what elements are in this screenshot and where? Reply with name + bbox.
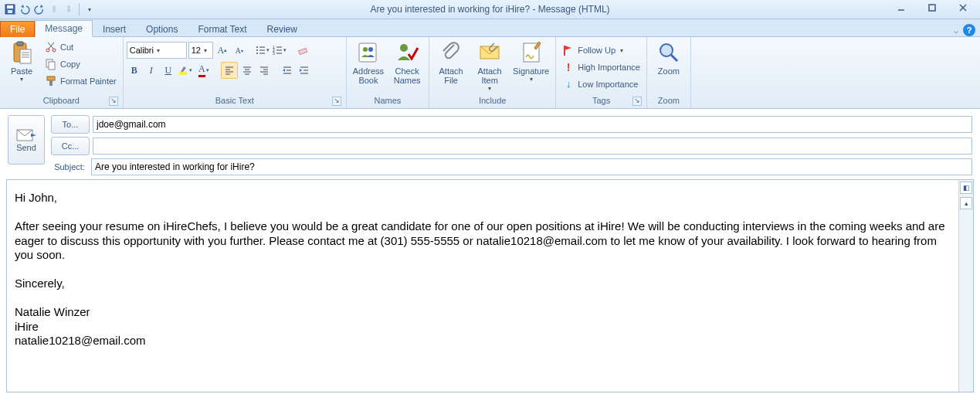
svg-line-15: [49, 42, 54, 49]
qat-next-icon[interactable]: ⬇: [62, 2, 76, 16]
format-painter-button[interactable]: Format Painter: [42, 73, 120, 90]
tab-review[interactable]: Review: [257, 21, 307, 37]
svg-rect-18: [49, 62, 55, 70]
send-label: Send: [16, 143, 36, 152]
minimize-button[interactable]: [886, 0, 917, 15]
clear-formatting-button[interactable]: [295, 42, 310, 58]
flag-icon: [562, 44, 575, 56]
grow-font-button[interactable]: A▴: [215, 42, 230, 58]
low-importance-button[interactable]: ↓ Low Importance: [559, 76, 643, 93]
svg-point-14: [53, 49, 56, 52]
increase-indent-button[interactable]: [297, 63, 312, 78]
group-names-label: Names: [350, 96, 426, 108]
tab-file[interactable]: File: [0, 21, 35, 37]
to-field[interactable]: [93, 116, 972, 133]
group-tags-label: Tags: [592, 96, 610, 105]
arrow-down-icon: ↓: [562, 78, 575, 90]
attach-file-label: Attach File: [439, 66, 463, 85]
clipboard-dialog-launcher[interactable]: ↘: [109, 97, 118, 106]
qat-previous-icon[interactable]: ⬆: [47, 2, 61, 16]
qat-redo-icon[interactable]: [32, 2, 46, 16]
qat-undo-icon[interactable]: [18, 2, 32, 16]
cc-button[interactable]: Cc...: [51, 137, 90, 155]
highlight-button[interactable]: ▾: [178, 63, 193, 78]
address-book-icon: [356, 40, 381, 65]
font-size-combo[interactable]: 12▾: [188, 42, 213, 59]
help-icon[interactable]: ?: [963, 24, 975, 36]
tab-options[interactable]: Options: [136, 21, 188, 37]
compose-header: Send To... Cc... Subject:: [0, 109, 980, 175]
paste-label: Paste: [11, 66, 32, 76]
scissors-icon: [45, 41, 57, 53]
group-include-label: Include: [432, 96, 552, 108]
envelope-send-icon: [15, 127, 37, 143]
attach-item-button[interactable]: Attach Item ▾: [471, 39, 508, 93]
tags-dialog-launcher[interactable]: ↘: [632, 97, 642, 106]
align-center-button[interactable]: [239, 63, 255, 78]
zoom-label: Zoom: [658, 66, 680, 76]
align-right-button[interactable]: [256, 63, 272, 78]
tab-format-text[interactable]: Format Text: [188, 21, 256, 37]
ribbon: Paste ▾ Cut Copy Format Painter Clipboar…: [0, 37, 980, 109]
svg-rect-33: [298, 48, 307, 54]
close-button[interactable]: [948, 0, 978, 15]
group-names: Address Book Check Names Names: [347, 37, 429, 108]
underline-button[interactable]: U: [161, 63, 176, 78]
qat-customize-icon[interactable]: ▾: [83, 2, 97, 16]
svg-rect-2: [8, 10, 12, 13]
font-name-combo[interactable]: Calibri▾: [127, 42, 187, 59]
body-closing: Sincerely,: [15, 277, 951, 291]
svg-point-56: [400, 44, 408, 52]
format-painter-label: Format Painter: [60, 76, 117, 86]
follow-up-button[interactable]: Follow Up ▾: [559, 42, 643, 59]
svg-rect-34: [179, 72, 187, 75]
low-importance-label: Low Importance: [578, 80, 638, 89]
to-button[interactable]: To...: [51, 115, 90, 134]
basic-text-dialog-launcher[interactable]: ↘: [332, 97, 341, 106]
copy-button[interactable]: Copy: [42, 56, 120, 73]
address-book-button[interactable]: Address Book: [350, 39, 387, 87]
qat-save-icon[interactable]: [3, 2, 17, 16]
ruler-toggle-icon[interactable]: ◧: [960, 182, 972, 194]
group-zoom-label: Zoom: [650, 96, 687, 108]
shrink-font-button[interactable]: A▾: [232, 42, 247, 58]
paste-button[interactable]: Paste ▾: [3, 39, 40, 84]
decrease-indent-button[interactable]: [280, 63, 295, 78]
numbering-button[interactable]: 123▾: [272, 42, 287, 58]
svg-rect-9: [20, 49, 31, 63]
copy-label: Copy: [60, 59, 80, 69]
group-basic-text: Calibri▾ 12▾ A▴ A▾ ▾ 123▾ B I U ▾ A▾: [124, 37, 347, 108]
group-include: Attach File Attach Item ▾ Signature ▾ In…: [429, 37, 556, 108]
font-color-button[interactable]: A▾: [195, 63, 213, 78]
body-greeting: Hi John,: [15, 191, 951, 205]
maximize-button[interactable]: [917, 0, 948, 15]
cc-field[interactable]: [93, 138, 972, 155]
check-names-button[interactable]: Check Names: [388, 39, 426, 87]
bullets-button[interactable]: ▾: [255, 42, 270, 58]
bold-button[interactable]: B: [127, 63, 142, 78]
svg-rect-20: [49, 80, 53, 86]
attach-item-icon: [477, 40, 502, 65]
minimize-ribbon-icon[interactable]: ⌵: [954, 26, 958, 35]
tab-insert[interactable]: Insert: [93, 21, 136, 37]
subject-field[interactable]: [91, 158, 972, 175]
message-body-container: Hi John, After seeing your resume on iHi…: [6, 179, 974, 392]
align-left-button[interactable]: [221, 62, 238, 79]
send-button[interactable]: Send: [8, 115, 45, 165]
cut-button[interactable]: Cut: [42, 39, 120, 56]
tab-message[interactable]: Message: [35, 20, 93, 37]
signature-button[interactable]: Signature ▾: [510, 39, 552, 84]
attach-file-button[interactable]: Attach File: [432, 39, 470, 87]
svg-rect-1: [7, 5, 13, 8]
message-body[interactable]: Hi John, After seeing your resume on iHi…: [7, 180, 958, 392]
group-tags: Follow Up ▾ ! High Importance ↓ Low Impo…: [556, 37, 647, 108]
svg-line-16: [48, 42, 53, 49]
svg-point-55: [368, 47, 373, 52]
italic-button[interactable]: I: [144, 63, 159, 78]
group-basic-text-label: Basic Text: [215, 96, 254, 105]
signature-label: Signature: [513, 66, 549, 76]
high-importance-button[interactable]: ! High Importance: [559, 59, 643, 76]
scroll-up-icon[interactable]: ▴: [960, 197, 972, 209]
signature-name: Natalie Winzer: [15, 305, 90, 318]
zoom-button[interactable]: Zoom: [650, 39, 687, 77]
